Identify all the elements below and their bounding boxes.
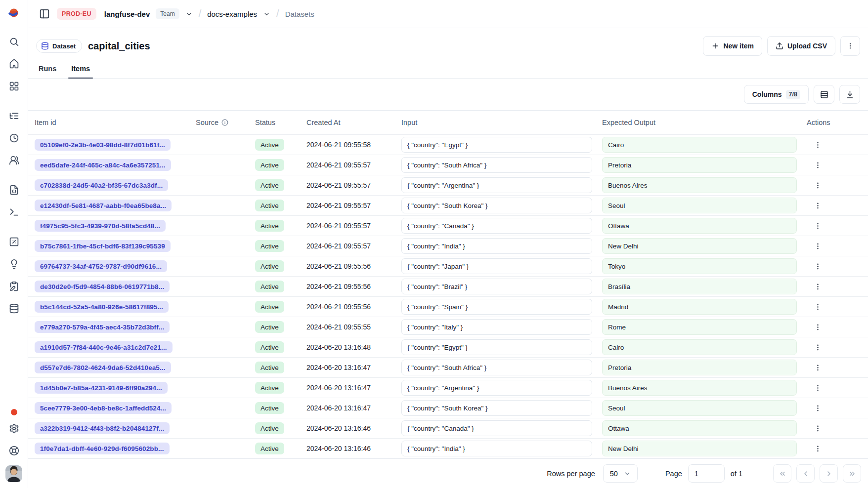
life-buoy-icon[interactable] bbox=[8, 445, 20, 456]
item-id-link[interactable]: a322b319-9412-4f43-b8f2-b20484127f... bbox=[35, 422, 170, 434]
rows-per-page-select[interactable]: 50 bbox=[603, 464, 638, 483]
row-actions-menu-button[interactable] bbox=[812, 321, 824, 333]
expected-output-value[interactable]: New Delhi bbox=[602, 238, 797, 254]
row-actions-menu-button[interactable] bbox=[812, 200, 824, 211]
next-page-button[interactable] bbox=[820, 464, 838, 483]
first-page-button[interactable] bbox=[773, 464, 791, 483]
database-icon[interactable] bbox=[8, 302, 20, 314]
last-page-button[interactable] bbox=[843, 464, 861, 483]
row-actions-menu-button[interactable] bbox=[812, 422, 824, 434]
input-value[interactable]: { "country": "South Africa" } bbox=[401, 360, 592, 375]
row-actions-menu-button[interactable] bbox=[812, 139, 824, 151]
expected-output-value[interactable]: Rome bbox=[602, 319, 797, 335]
expected-output-value[interactable]: Buenos Aires bbox=[602, 380, 797, 396]
row-actions-menu-button[interactable] bbox=[812, 402, 824, 414]
input-value[interactable]: { "country": "Egypt" } bbox=[401, 137, 592, 153]
record-dot-icon[interactable] bbox=[11, 409, 17, 415]
row-height-button[interactable] bbox=[814, 85, 834, 104]
expected-output-value[interactable]: Seoul bbox=[602, 198, 797, 213]
new-item-button[interactable]: New item bbox=[703, 36, 762, 56]
expected-output-value[interactable]: Seoul bbox=[602, 400, 797, 416]
expected-output-value[interactable]: Tokyo bbox=[602, 258, 797, 274]
home-icon[interactable] bbox=[8, 58, 20, 70]
dashboard-grid-icon[interactable] bbox=[8, 80, 20, 92]
columns-button[interactable]: Columns 7/8 bbox=[744, 85, 809, 104]
project-switcher-chevron-down-icon[interactable] bbox=[263, 10, 270, 18]
info-icon[interactable] bbox=[221, 119, 228, 126]
page-number-input[interactable] bbox=[688, 464, 725, 483]
project-name[interactable]: docs-examples bbox=[207, 10, 257, 18]
langfuse-logo-icon[interactable] bbox=[8, 7, 20, 19]
row-actions-menu-button[interactable] bbox=[812, 301, 824, 313]
terminal-icon[interactable] bbox=[8, 206, 20, 218]
expected-output-value[interactable]: Ottawa bbox=[602, 420, 797, 436]
input-value[interactable]: { "country": "India" } bbox=[401, 441, 592, 456]
lightbulb-icon[interactable] bbox=[8, 258, 20, 270]
input-value[interactable]: { "country": "Spain" } bbox=[401, 299, 592, 315]
prev-page-button[interactable] bbox=[796, 464, 815, 483]
item-id-link[interactable]: b75c7861-1fbe-45cf-bdf6-83f139c95539 bbox=[35, 240, 171, 252]
row-actions-menu-button[interactable] bbox=[812, 443, 824, 454]
input-value[interactable]: { "country": "Canada" } bbox=[401, 420, 592, 436]
row-actions-menu-button[interactable] bbox=[812, 240, 824, 252]
item-id-link[interactable]: c702838d-24d5-40a2-bf35-67dc3a3df... bbox=[35, 179, 168, 191]
users-icon[interactable] bbox=[8, 154, 20, 166]
square-percent-icon[interactable] bbox=[8, 236, 20, 247]
input-value[interactable]: { "country": "Brazil" } bbox=[401, 279, 592, 294]
item-id-link[interactable]: a1910d57-7f84-440c-9e46-a31c2d7e21... bbox=[35, 341, 173, 353]
input-value[interactable]: { "country": "Japan" } bbox=[401, 258, 592, 274]
item-id-link[interactable]: de30d2e0-f5d9-4854-88b6-0619771b8... bbox=[35, 281, 170, 292]
expected-output-value[interactable]: Cairo bbox=[602, 339, 797, 355]
expected-output-value[interactable]: Pretoria bbox=[602, 360, 797, 375]
search-icon[interactable] bbox=[8, 36, 20, 47]
input-value[interactable]: { "country": "Canada" } bbox=[401, 218, 592, 234]
row-actions-menu-button[interactable] bbox=[812, 220, 824, 232]
expected-output-value[interactable]: Madrid bbox=[602, 299, 797, 315]
item-id-link[interactable]: 1f0e7da1-dbff-4e60-929d-f6095602bb... bbox=[35, 443, 170, 454]
input-value[interactable]: { "country": "South Korea" } bbox=[401, 198, 592, 213]
row-actions-menu-button[interactable] bbox=[812, 382, 824, 394]
expected-output-value[interactable]: Brasília bbox=[602, 279, 797, 294]
item-id-link[interactable]: 1d45b0e7-b85a-4231-9149-6ff90a294... bbox=[35, 382, 168, 394]
export-button[interactable] bbox=[839, 85, 860, 104]
item-id-link[interactable]: 5cee7779-3e00-4eb8-be8c-1affedd524... bbox=[35, 402, 172, 414]
settings-gear-icon[interactable] bbox=[8, 422, 20, 434]
breadcrumb-section[interactable]: Datasets bbox=[285, 10, 314, 18]
item-id-link[interactable]: b5c144cd-52a5-4a80-926e-58617f895... bbox=[35, 301, 169, 313]
input-value[interactable]: { "country": "India" } bbox=[401, 238, 592, 254]
expected-output-value[interactable]: Cairo bbox=[602, 137, 797, 153]
row-actions-menu-button[interactable] bbox=[812, 341, 824, 353]
org-switcher-chevron-down-icon[interactable] bbox=[185, 10, 193, 18]
list-tree-icon[interactable] bbox=[8, 110, 20, 122]
upload-csv-button[interactable]: Upload CSV bbox=[767, 36, 835, 56]
item-id-link[interactable]: e12430df-5e81-4687-aabb-f0ea65be8a... bbox=[35, 200, 172, 211]
tab-runs[interactable]: Runs bbox=[39, 65, 56, 78]
expected-output-value[interactable]: Ottawa bbox=[602, 218, 797, 234]
expected-output-value[interactable]: Pretoria bbox=[602, 157, 797, 173]
sidebar-toggle-icon[interactable] bbox=[38, 7, 51, 20]
tab-items[interactable]: Items bbox=[71, 65, 90, 78]
item-id-link[interactable]: eed5dafe-244f-465c-a84c-4a6e357251... bbox=[35, 159, 171, 171]
dataset-actions-menu-button[interactable] bbox=[840, 36, 860, 56]
expected-output-value[interactable]: New Delhi bbox=[602, 441, 797, 456]
input-value[interactable]: { "country": "Egypt" } bbox=[401, 339, 592, 355]
input-value[interactable]: { "country": "South Africa" } bbox=[401, 157, 592, 173]
clipboard-pen-icon[interactable] bbox=[8, 280, 20, 292]
row-actions-menu-button[interactable] bbox=[812, 281, 824, 292]
item-id-link[interactable]: e779a270-579a-4f45-aec4-35b72d3bff... bbox=[35, 321, 170, 333]
item-id-link[interactable]: 05109ef0-2e3b-4e03-98dd-8f7d01b61f... bbox=[35, 139, 171, 151]
item-id-link[interactable]: 69764737-34af-4752-9787-d90df9616... bbox=[35, 260, 167, 272]
row-actions-menu-button[interactable] bbox=[812, 362, 824, 373]
input-value[interactable]: { "country": "South Korea" } bbox=[401, 400, 592, 416]
input-value[interactable]: { "country": "Argentina" } bbox=[401, 380, 592, 396]
clock-icon[interactable] bbox=[8, 132, 20, 144]
user-avatar[interactable] bbox=[5, 465, 22, 482]
input-value[interactable]: { "country": "Argentina" } bbox=[401, 177, 592, 193]
file-json-icon[interactable] bbox=[8, 184, 20, 196]
row-actions-menu-button[interactable] bbox=[812, 159, 824, 171]
org-name[interactable]: langfuse-dev bbox=[104, 10, 150, 18]
item-id-link[interactable]: f4975c95-5fc3-4939-970d-58fa5cd48... bbox=[35, 220, 166, 232]
input-value[interactable]: { "country": "Italy" } bbox=[401, 319, 592, 335]
item-id-link[interactable]: d557e7d6-7802-4624-9da6-52d410ea5... bbox=[35, 362, 171, 373]
row-actions-menu-button[interactable] bbox=[812, 179, 824, 191]
